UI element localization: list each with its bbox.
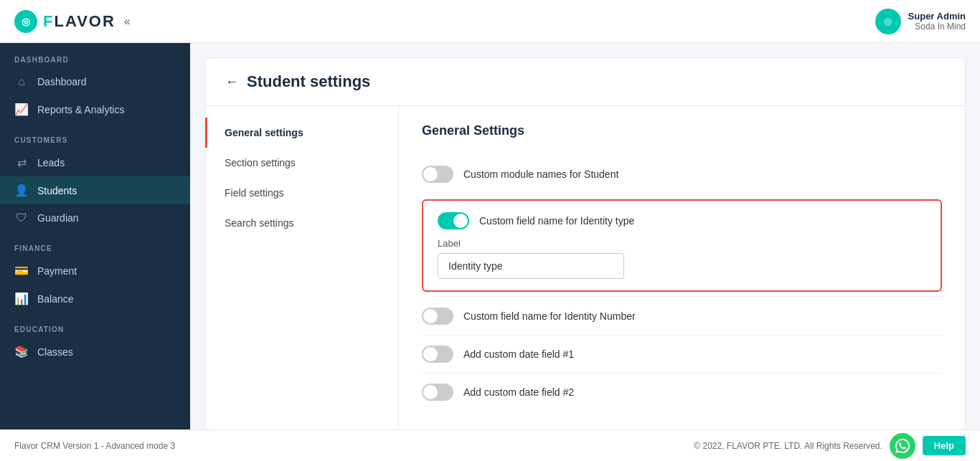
toggle-row-custom-identity-type: Custom field name for Identity type (438, 212, 926, 238)
settings-nav: General settingsSection settingsField se… (205, 106, 399, 428)
payment-icon: 💳 (14, 264, 29, 277)
app-header: ◎ FLAVOR « ◎ Super Admin Soda In Mind (0, 0, 980, 43)
sidebar-item-payment[interactable]: 💳Payment (0, 257, 190, 285)
sidebar-item-dashboard[interactable]: ⌂Dashboard (0, 68, 190, 95)
classes-icon: 📚 (14, 345, 29, 358)
sidebar-item-label: Payment (37, 265, 77, 277)
settings-nav-field[interactable]: Field settings (205, 178, 398, 208)
reports-icon: 📈 (14, 103, 29, 116)
input-label-custom-identity-type: Label (438, 238, 926, 249)
settings-content: General Settings Custom module names for… (399, 106, 965, 428)
toggle-row-custom-date-1: Add custom date field #1 (422, 336, 942, 374)
main-layout: DASHBOARD⌂Dashboard📈Reports & AnalyticsC… (0, 43, 980, 429)
app-footer: Flavor CRM Version 1 - Advanced mode 3 ©… (0, 429, 980, 461)
toggle-custom-identity-number[interactable] (422, 308, 453, 325)
page-header: ← Student settings (205, 58, 965, 106)
toggle-custom-module[interactable] (422, 166, 453, 183)
page-title: Student settings (247, 72, 370, 91)
help-button[interactable]: Help (923, 436, 966, 455)
main-content: ← Student settings General settingsSecti… (190, 43, 980, 429)
logo: ◎ FLAVOR (14, 10, 116, 33)
logo-text: FLAVOR (43, 12, 116, 31)
sidebar-section-label: CUSTOMERS (0, 123, 190, 148)
toggle-label-custom-date-2: Add custom date field #2 (463, 386, 574, 398)
whatsapp-button[interactable] (890, 433, 915, 459)
toggle-label-custom-date-1: Add custom date field #1 (463, 348, 574, 360)
sidebar-item-label: Guardian (37, 212, 79, 224)
sidebar-section-label: FINANCE (0, 232, 190, 257)
students-icon: 👤 (14, 184, 29, 197)
back-button[interactable]: ← (225, 75, 238, 90)
sidebar-item-reports[interactable]: 📈Reports & Analytics (0, 95, 190, 123)
identity-type-input[interactable] (438, 253, 624, 279)
settings-nav-general[interactable]: General settings (205, 118, 398, 148)
sidebar-item-balance[interactable]: 📊Balance (0, 285, 190, 313)
settings-nav-search[interactable]: Search settings (205, 208, 398, 238)
sidebar-item-guardian[interactable]: 🛡Guardian (0, 204, 190, 232)
dashboard-icon: ⌂ (14, 75, 29, 88)
copyright-text: © 2022, FLAVOR PTE. LTD. All Rights Rese… (694, 441, 882, 451)
user-name: Super Admin (908, 11, 966, 22)
toggles-container: Custom module names for StudentCustom fi… (422, 156, 942, 411)
page-body: General settingsSection settingsField se… (205, 106, 965, 428)
header-left: ◎ FLAVOR « (14, 10, 131, 33)
guardian-icon: 🛡 (14, 212, 29, 224)
version-text: Flavor CRM Version 1 - Advanced mode 3 (14, 441, 175, 451)
sidebar-item-label: Classes (37, 346, 73, 358)
settings-nav-section[interactable]: Section settings (205, 148, 398, 178)
avatar: ◎ (875, 9, 901, 34)
toggle-label-custom-identity-number: Custom field name for Identity Number (463, 310, 636, 322)
settings-section-title: General Settings (422, 123, 942, 138)
toggle-custom-date-1[interactable] (422, 346, 453, 363)
sidebar-item-leads[interactable]: ⇄Leads (0, 148, 190, 176)
leads-icon: ⇄ (14, 156, 29, 169)
toggle-row-custom-date-2: Add custom date field #2 (422, 374, 942, 411)
logo-icon: ◎ (14, 10, 37, 33)
identity-type-block: Custom field name for Identity typeLabel (422, 199, 942, 292)
sidebar-item-students[interactable]: 👤Students (0, 176, 190, 204)
sidebar-item-label: Students (37, 185, 77, 196)
footer-right: © 2022, FLAVOR PTE. LTD. All Rights Rese… (694, 433, 966, 459)
sidebar-section-label: EDUCATION (0, 313, 190, 338)
sidebar-item-label: Leads (37, 157, 65, 168)
sidebar-item-label: Reports & Analytics (37, 104, 124, 115)
sidebar-section-label: DASHBOARD (0, 43, 190, 68)
toggle-custom-date-2[interactable] (422, 384, 453, 401)
collapse-sidebar-button[interactable]: « (124, 15, 131, 28)
sidebar: DASHBOARD⌂Dashboard📈Reports & AnalyticsC… (0, 43, 190, 429)
toggle-custom-identity-type[interactable] (438, 212, 469, 229)
toggle-label-custom-module: Custom module names for Student (463, 168, 618, 180)
balance-icon: 📊 (14, 292, 29, 305)
toggle-row-custom-module: Custom module names for Student (422, 156, 942, 194)
user-org: Soda In Mind (908, 22, 966, 32)
page-container: ← Student settings General settingsSecti… (204, 57, 966, 429)
user-info: Super Admin Soda In Mind (908, 11, 966, 32)
sidebar-item-classes[interactable]: 📚Classes (0, 338, 190, 366)
sidebar-item-label: Dashboard (37, 76, 87, 87)
sidebar-item-label: Balance (37, 293, 74, 305)
toggle-row-custom-identity-number: Custom field name for Identity Number (422, 298, 942, 336)
toggle-label-custom-identity-type: Custom field name for Identity type (479, 215, 634, 227)
header-right: ◎ Super Admin Soda In Mind (875, 9, 966, 34)
